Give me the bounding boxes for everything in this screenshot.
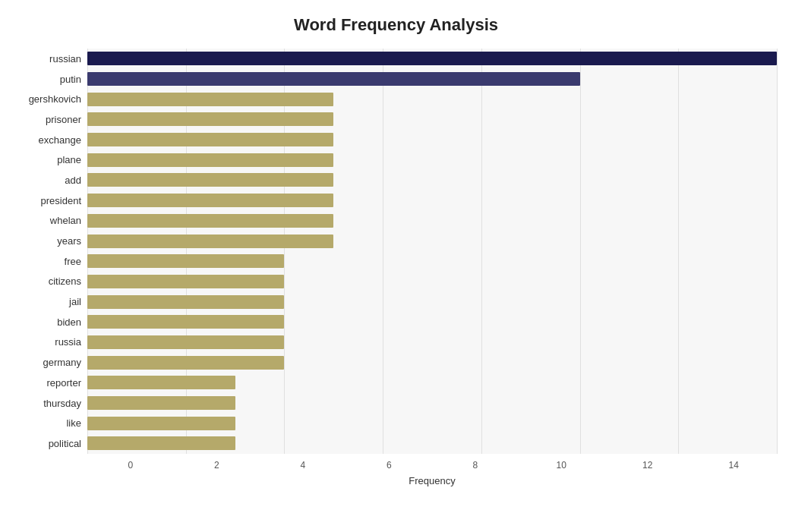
x-tick-label: 4 [260,460,346,471]
y-label: exchange [39,135,81,145]
bar [87,194,333,207]
y-label: putin [60,74,81,84]
bar [87,52,777,65]
bar [87,214,333,228]
bar-row [87,334,777,351]
bar-row [87,212,777,229]
bar-row [87,172,777,188]
bar-row [87,152,777,168]
y-label: add [65,175,81,185]
x-axis-container: 02468101214 Frequency [15,457,777,486]
bar-row [87,71,777,87]
bar-row [87,233,777,250]
bars-wrapper [87,49,777,454]
y-label: years [57,236,81,246]
y-label: whelan [50,216,81,225]
y-label: thursday [43,398,81,408]
bar [87,436,235,450]
bar [87,173,333,187]
bar [87,396,235,410]
y-label: citizens [49,276,81,286]
bar [87,254,284,268]
y-label: germany [43,357,81,367]
bars-and-grid [87,49,777,454]
y-label: gershkovich [29,94,81,104]
bar [87,315,284,329]
bar [87,72,580,86]
chart-area: russianputingershkovichprisonerexchangep… [15,49,777,454]
x-tick-label: 0 [87,460,174,471]
bar-row [87,395,777,411]
bar-row [87,273,777,290]
y-label: president [41,196,81,206]
bar [87,133,333,146]
x-axis-title: Frequency [87,475,777,486]
y-label: prisoner [46,115,81,124]
y-label: biden [57,317,81,327]
y-label: political [49,439,81,449]
x-tick-label: 10 [519,460,605,471]
bar [87,335,284,349]
bar [87,153,333,167]
y-label: plane [57,155,81,165]
y-label: free [65,257,81,266]
bar-row [87,91,777,108]
y-label: russian [49,54,81,64]
chart-container: Word Frequency Analysis russianputingers… [0,0,792,532]
x-tick-label: 14 [691,460,778,471]
bar [87,376,235,389]
bar-row [87,131,777,148]
x-tick-label: 6 [346,460,433,471]
x-tick-label: 8 [432,460,519,471]
bar-row [87,192,777,209]
y-label: like [66,418,81,428]
bar-row [87,253,777,269]
chart-title: Word Frequency Analysis [294,15,498,35]
grid-line [777,49,778,454]
bar-row [87,415,777,432]
bar-row [87,50,777,67]
x-tick-label: 12 [604,460,691,471]
bar [87,417,235,430]
bar-row [87,374,777,391]
bar-row [87,294,777,310]
bar-row [87,354,777,371]
y-labels: russianputingershkovichprisonerexchangep… [15,49,87,454]
y-label: reporter [46,378,81,388]
bar-row [87,111,777,127]
bar [87,93,333,106]
y-label: jail [69,297,81,307]
y-label: russia [55,337,81,347]
bar [87,275,284,288]
bar [87,112,333,126]
bar-row [87,435,777,452]
bar-row [87,313,777,330]
bar [87,235,333,248]
bar [87,295,284,309]
x-tick-label: 2 [174,460,260,471]
x-labels-row: 02468101214 [87,460,777,471]
bar [87,356,284,370]
